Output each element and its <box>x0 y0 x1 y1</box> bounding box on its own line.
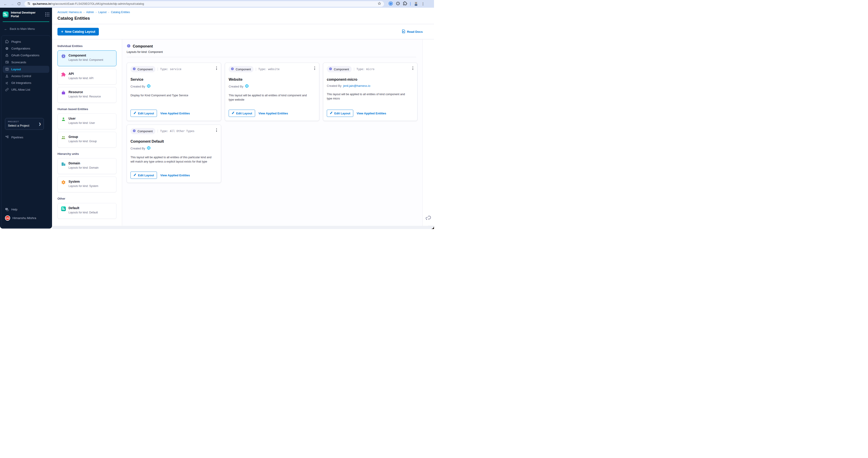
sidebar-item-label: Pipelines <box>11 136 23 139</box>
entity-name: User <box>68 117 95 120</box>
kind-title: Component <box>133 44 153 48</box>
component-chip-icon <box>132 67 136 71</box>
loading-extension-icon[interactable] <box>396 1 400 6</box>
layout-icon <box>5 67 9 71</box>
creator-link[interactable]: jenil.jain@harness.io <box>343 84 370 88</box>
product-title: Internal Developer Portal <box>11 11 43 18</box>
sidebar-item-layout[interactable]: Layout <box>3 66 49 73</box>
type-row: Type:website <box>256 68 280 71</box>
back-to-main-menu[interactable]: ← Back to Main Menu <box>0 22 52 32</box>
harness-logo-icon <box>147 146 151 151</box>
sidebar-item-scorecards[interactable]: Scorecards <box>1 59 51 66</box>
extensions-puzzle-icon[interactable] <box>403 1 407 6</box>
sidebar-item-git-integrations[interactable]: Git Integrations <box>1 79 51 86</box>
layout-description: This layout will be applied to all entit… <box>327 92 414 101</box>
type-value: service <box>170 68 181 71</box>
entity-item-group[interactable]: Group Layouts for kind: Group <box>57 132 117 148</box>
kind-subtitle: Layouts for kind: Component <box>127 51 423 54</box>
view-applied-entities-link[interactable]: View Applied Entities <box>160 174 190 177</box>
entity-item-api[interactable]: API Layouts for kind: API <box>57 69 117 85</box>
created-by-row: Created By <box>229 84 315 89</box>
browser-back-icon[interactable]: ← <box>3 1 8 6</box>
sidebar-item-help[interactable]: ? Help <box>1 206 51 214</box>
breadcrumb-separator: › <box>96 11 97 13</box>
browser-forward-icon[interactable]: → <box>9 1 15 6</box>
entity-item-domain[interactable]: Domain Layouts for kind: Domain <box>57 158 117 174</box>
url-bar[interactable]: qa.harness.io/ng/account/zEaak-FLS425IEO… <box>24 1 384 7</box>
entity-item-system[interactable]: System Layouts for kind: System <box>57 176 117 192</box>
harness-logo-icon <box>245 84 249 89</box>
sidebar-item-plugins[interactable]: Plugins <box>1 38 51 45</box>
breadcrumb-layout[interactable]: Layout <box>98 11 106 14</box>
view-applied-entities-link[interactable]: View Applied Entities <box>160 112 190 115</box>
edit-layout-button[interactable]: Edit Layout <box>130 171 157 179</box>
kebab-menu-icon[interactable] <box>216 128 218 132</box>
new-catalog-layout-button[interactable]: + New Catalog Layout <box>57 28 99 35</box>
component-chip-icon <box>329 67 332 71</box>
bookmark-star-icon[interactable] <box>377 2 381 6</box>
browser-profile-avatar[interactable] <box>414 1 418 7</box>
site-settings-tune-icon[interactable] <box>27 2 31 6</box>
sidebar-item-label: Help <box>11 208 18 211</box>
layout-card-component-default: Component Type:All Other Types Component… <box>127 125 221 183</box>
project-label: PROJECT <box>8 121 41 123</box>
user-profile[interactable]: HM Himanshu Mishra <box>1 214 51 225</box>
sidebar-item-configurations[interactable]: Configurations <box>1 45 51 52</box>
type-value: website <box>268 68 280 71</box>
browser-reload-icon[interactable] <box>16 1 22 6</box>
sidebar-item-oauth-configurations[interactable]: OAuth Configurations <box>1 52 51 59</box>
page-title: Catalog Entities <box>57 16 429 21</box>
read-docs-link[interactable]: Read Docs <box>402 29 423 34</box>
pencil-icon <box>133 173 136 177</box>
avatar: HM <box>5 216 10 221</box>
sidebar-item-pipelines[interactable]: Pipelines <box>1 134 51 141</box>
kind-header: Component <box>127 44 423 49</box>
kind-badge: Component <box>130 128 155 134</box>
edit-layout-button[interactable]: Edit Layout <box>229 110 255 117</box>
entity-item-component[interactable]: Component Layouts for kind: Component <box>57 51 117 66</box>
created-by-row: Created By <box>130 146 217 151</box>
created-by-label: Created By <box>229 85 243 88</box>
entity-item-default[interactable]: Default Layouts for kind: Default <box>57 203 117 219</box>
edit-layout-button[interactable]: Edit Layout <box>130 110 157 117</box>
layout-description: This layout will be applied to all entit… <box>130 155 217 164</box>
entity-name: Default <box>68 206 98 210</box>
project-selector[interactable]: PROJECT Select a Project ❯ <box>5 118 44 130</box>
badge-label: Component <box>137 130 153 133</box>
view-applied-entities-link[interactable]: View Applied Entities <box>258 112 288 115</box>
pencil-icon <box>133 111 136 115</box>
sidebar-item-access-control[interactable]: Access Control <box>1 73 51 79</box>
user-name: Himanshu Mishra <box>12 216 36 220</box>
component-chip-icon <box>61 54 66 59</box>
kebab-menu-icon[interactable] <box>216 66 218 70</box>
browser-menu-kebab-icon[interactable]: ⋮ <box>421 2 425 6</box>
pencil-icon <box>231 111 235 115</box>
module-switcher-grid-icon[interactable] <box>45 12 49 17</box>
pencil-icon <box>330 111 333 115</box>
entity-subtitle: Layouts for kind: Domain <box>68 166 99 169</box>
password-manager-extension-icon[interactable] <box>389 1 393 6</box>
view-applied-entities-link[interactable]: View Applied Entities <box>356 112 386 115</box>
chat-bubble-icon[interactable] <box>425 215 431 222</box>
breadcrumb-account[interactable]: Account: Harness.io <box>57 11 82 14</box>
edit-layout-label: Edit Layout <box>334 112 350 115</box>
kebab-menu-icon[interactable] <box>314 66 316 70</box>
edit-layout-button[interactable]: Edit Layout <box>327 110 353 117</box>
breadcrumb-admin[interactable]: Admin <box>86 11 94 14</box>
badge-label: Component <box>334 68 349 71</box>
docs-icon <box>402 29 405 34</box>
layout-title: Component Default <box>130 139 217 143</box>
sidebar-item-url-allow-list[interactable]: URL Allow List <box>1 86 51 93</box>
edit-layout-label: Edit Layout <box>236 112 252 115</box>
section-title: Other <box>57 197 117 200</box>
entity-item-user[interactable]: User Layouts for kind: User <box>57 113 117 129</box>
breadcrumb-catalog-entities[interactable]: Catalog Entities <box>111 11 130 14</box>
chevron-right-icon: ❯ <box>39 122 41 126</box>
sidebar-item-label: Git Integrations <box>11 81 31 85</box>
sidebar: Internal Developer Portal ← Back to Main… <box>0 8 52 229</box>
layout-cards-grid: Component Type:service Service Created B… <box>127 57 423 183</box>
entity-item-resource[interactable]: Resource Layouts for kind: Resource <box>57 87 117 103</box>
entity-name: Component <box>68 54 103 57</box>
kebab-menu-icon[interactable] <box>412 66 414 70</box>
toolbar: + New Catalog Layout Read Docs <box>52 24 434 39</box>
